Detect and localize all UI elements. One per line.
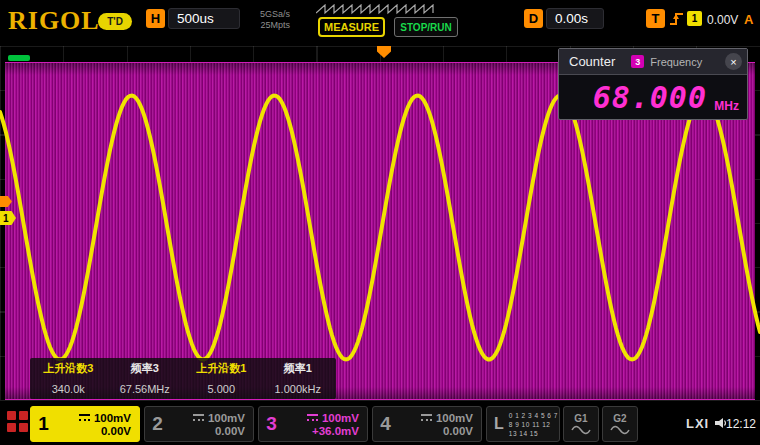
channel-scale: 100mV bbox=[436, 412, 473, 424]
oscilloscope-screen: RIGOL T'D H 500us 5GSa/s 25Mpts MEASURE … bbox=[0, 0, 760, 445]
counter-value: 68.000 bbox=[593, 80, 707, 115]
trigger-status-badge: T'D bbox=[98, 13, 132, 30]
channel-offset: 0.00V bbox=[215, 425, 245, 437]
stop-run-button[interactable]: STOP/RUN bbox=[394, 17, 458, 37]
digital-row1: 0 1 2 3 4 5 6 7 bbox=[509, 412, 558, 419]
close-icon: × bbox=[730, 56, 736, 68]
trigger-label: T bbox=[646, 9, 665, 28]
sample-rate: 5GSa/s bbox=[260, 9, 290, 19]
channel-number: 2 bbox=[145, 407, 170, 441]
measure-button[interactable]: MEASURE bbox=[318, 17, 385, 37]
digital-row2: 8 9 10 11 12 13 14 15 bbox=[509, 421, 551, 437]
acquisition-rates: 5GSa/s 25Mpts bbox=[242, 9, 290, 31]
counter-mode-label: Frequency bbox=[650, 56, 702, 68]
channel-number: 1 bbox=[31, 407, 56, 441]
channel2-box[interactable]: 2 100mV 0.00V bbox=[144, 406, 254, 442]
horizontal-delay-value[interactable]: 0.00s bbox=[546, 8, 604, 29]
measurement-value: 340.0k bbox=[30, 383, 107, 395]
channel-scale: 100mV bbox=[94, 412, 131, 424]
generator2-box[interactable]: G2 bbox=[602, 406, 638, 442]
delay-label: D bbox=[524, 9, 543, 28]
counter-header: Counter 3 Frequency × bbox=[559, 49, 747, 75]
dc-coupling-icon bbox=[79, 414, 90, 421]
channel1-box[interactable]: 1 100mV 0.00V bbox=[30, 406, 140, 442]
rigol-logo: RIGOL bbox=[8, 6, 100, 36]
measurement-value: 67.56MHz bbox=[107, 383, 184, 395]
horizontal-label: H bbox=[146, 9, 165, 28]
dc-coupling-icon bbox=[307, 414, 318, 421]
channel-scale: 100mV bbox=[322, 412, 359, 424]
measurement-label: 上升沿数1 bbox=[183, 361, 260, 376]
channel-offset: 0.00V bbox=[443, 425, 473, 437]
measurement-label: 频率1 bbox=[260, 361, 337, 376]
channel-offset: +36.0mV bbox=[312, 425, 359, 437]
waveform-memory-zigzag-icon bbox=[316, 4, 434, 15]
dc-coupling-icon bbox=[421, 414, 432, 421]
clock: 12:12 bbox=[726, 417, 756, 431]
trigger-source-badge[interactable]: 1 bbox=[687, 11, 702, 26]
channel-number: 4 bbox=[373, 407, 398, 441]
counter-unit: MHz bbox=[714, 99, 739, 113]
digital-label: L bbox=[494, 415, 504, 433]
memory-depth: 25Mpts bbox=[260, 20, 290, 30]
generator-label: G2 bbox=[613, 413, 626, 424]
channel-number: 3 bbox=[259, 407, 284, 441]
channel-scale: 100mV bbox=[208, 412, 245, 424]
rising-edge-icon bbox=[668, 9, 685, 28]
trigger-sweep-mode: A bbox=[744, 12, 753, 27]
trigger-level-value[interactable]: 0.00V bbox=[707, 13, 738, 27]
measurement-label: 上升沿数3 bbox=[30, 361, 107, 376]
counter-title: Counter bbox=[569, 54, 615, 69]
green-indicator-bar bbox=[8, 55, 30, 61]
top-status-bar: RIGOL T'D H 500us 5GSa/s 25Mpts MEASURE … bbox=[0, 0, 760, 46]
channel4-box[interactable]: 4 100mV 0.00V bbox=[372, 406, 482, 442]
lxi-label: LXI bbox=[686, 416, 709, 431]
sine-wave-icon bbox=[610, 425, 630, 435]
dc-coupling-icon bbox=[193, 414, 204, 421]
measurement-overlay: 上升沿数3 频率3 上升沿数1 频率1 340.0k 67.56MHz 5.00… bbox=[30, 358, 336, 399]
menu-grid-icon[interactable] bbox=[7, 411, 28, 432]
sine-wave-icon bbox=[571, 425, 591, 435]
measurement-value: 5.000 bbox=[183, 383, 260, 395]
generator-label: G1 bbox=[574, 413, 587, 424]
counter-source-badge: 3 bbox=[631, 55, 644, 68]
timebase-value[interactable]: 500us bbox=[168, 8, 240, 29]
counter-body: 68.000 MHz bbox=[559, 75, 747, 121]
measurement-value: 1.000kHz bbox=[260, 383, 337, 395]
counter-close-button[interactable]: × bbox=[725, 53, 742, 70]
digital-channels-box[interactable]: L 0 1 2 3 4 5 6 7 8 9 10 11 12 13 14 15 bbox=[486, 406, 560, 442]
trigger-position-marker[interactable] bbox=[377, 46, 391, 58]
channel3-box[interactable]: 3 100mV +36.0mV bbox=[258, 406, 368, 442]
generator1-box[interactable]: G1 bbox=[563, 406, 599, 442]
measurement-label: 频率3 bbox=[107, 361, 184, 376]
waveform-display: 1 Counter 3 Frequency × 68.000 MHz 上升沿数3… bbox=[0, 46, 760, 400]
channel-offset: 0.00V bbox=[101, 425, 131, 437]
bottom-status-bar: 1 100mV 0.00V 2 100mV 0.00V 3 100mV +36.… bbox=[0, 400, 760, 445]
counter-panel: Counter 3 Frequency × 68.000 MHz bbox=[558, 48, 748, 120]
